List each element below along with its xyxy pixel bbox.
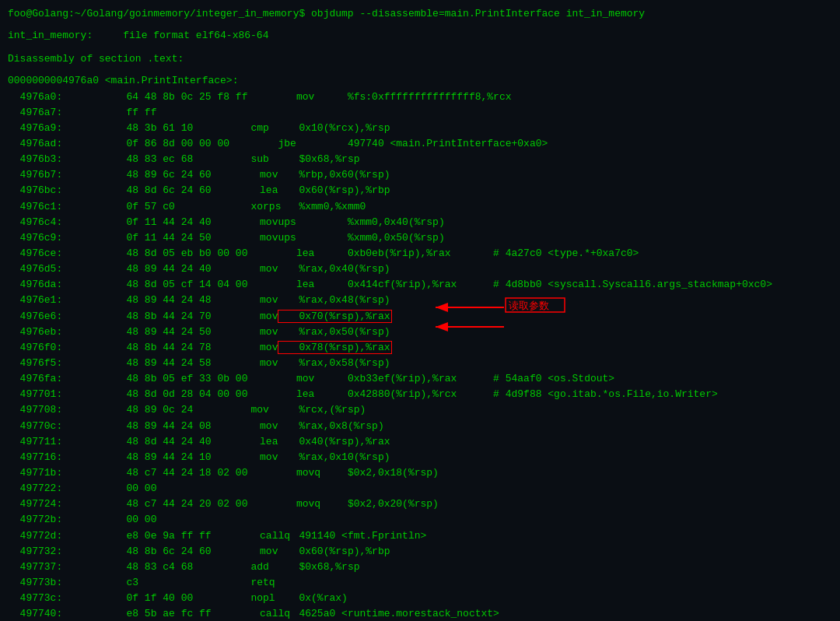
asm-operands: $0x2,0x20(%rsp) bbox=[320, 498, 439, 510]
asm-addr: 497708: bbox=[8, 402, 78, 418]
asm-bytes: 48 89 44 24 58 bbox=[78, 356, 212, 371]
asm-mnemonic: mov bbox=[212, 261, 278, 277]
asm-operands: 0x78(%rsp),%rax bbox=[278, 341, 391, 354]
asm-addr: 497711: bbox=[8, 434, 78, 450]
asm-line: 4976a0: 64 48 8b 0c 25 f8 ff mov %fs:0xf… bbox=[8, 89, 832, 105]
asm-operands: 0x42880(%rip),%rcx bbox=[314, 388, 457, 400]
asm-operands: 0x414cf(%rip),%rax bbox=[314, 279, 457, 290]
asm-operands: $0x2,0x18(%rsp) bbox=[320, 467, 439, 479]
asm-bytes: e8 5b ae fc ff bbox=[78, 606, 212, 621]
asm-addr: 497732: bbox=[8, 544, 78, 560]
asm-bytes: 0f 57 c0 bbox=[78, 199, 202, 215]
highlighted-operand: 0x78(%rsp),%rax bbox=[278, 341, 391, 354]
asm-line: 4976f5: 48 89 44 24 58 mov %rax,0x58(%rs… bbox=[8, 356, 832, 371]
asm-operands: %rax,0x8(%rsp) bbox=[278, 420, 383, 432]
highlighted-operand: 0x70(%rsp),%rax bbox=[278, 310, 391, 323]
asm-operands: %rax,0x50(%rsp) bbox=[278, 326, 390, 338]
asm-mnemonic: mov bbox=[212, 450, 278, 465]
asm-addr: 49772b: bbox=[8, 512, 78, 528]
asm-bytes: 48 83 ec 68 bbox=[78, 152, 202, 167]
asm-line: 497732: 48 8b 6c 24 60 mov 0x60(%rsp),%r… bbox=[8, 544, 832, 560]
asm-bytes: 48 83 c4 68 bbox=[78, 560, 202, 575]
asm-operands: 0x60(%rsp),%rbp bbox=[278, 184, 390, 196]
asm-line: 497737: 48 83 c4 68 add $0x68,%rsp bbox=[8, 560, 832, 575]
asm-operands: 0x70(%rsp),%rax bbox=[278, 310, 391, 323]
asm-bytes: 48 8b 44 24 70 bbox=[78, 309, 212, 325]
asm-bytes: 0f 11 44 24 50 bbox=[78, 230, 212, 246]
asm-operands: %rax,0x10(%rsp) bbox=[278, 451, 390, 463]
asm-mnemonic: mov bbox=[247, 371, 314, 387]
asm-bytes: 48 89 44 24 08 bbox=[78, 419, 212, 434]
asm-operands: %fs:0xfffffffffffffff8,%rcx bbox=[314, 91, 511, 103]
asm-mnemonic: mov bbox=[212, 419, 278, 434]
asm-addr: 4976d5: bbox=[8, 261, 78, 277]
asm-mnemonic: jbe bbox=[229, 136, 296, 152]
asm-addr: 4976a9: bbox=[8, 121, 78, 136]
asm-bytes: 48 89 0c 24 bbox=[78, 402, 202, 418]
asm-lines-container: 4976a0: 64 48 8b 0c 25 f8 ff mov %fs:0xf… bbox=[8, 89, 832, 621]
asm-operands: %rax,0x58(%rsp) bbox=[278, 357, 390, 369]
asm-operands: %rax,0x40(%rsp) bbox=[278, 263, 390, 275]
asm-mnemonic: mov bbox=[212, 356, 278, 371]
asm-addr: 4976fa: bbox=[8, 371, 78, 387]
asm-addr: 49772d: bbox=[8, 528, 78, 544]
asm-operands: 0xb33ef(%rip),%rax bbox=[314, 373, 457, 384]
asm-operands: %xmm0,%xmm0 bbox=[281, 201, 366, 212]
asm-line: 4976c4: 0f 11 44 24 40 movups %xmm0,0x40… bbox=[8, 215, 832, 230]
asm-line: 4976bc: 48 8d 6c 24 60 lea 0x60(%rsp),%r… bbox=[8, 183, 832, 198]
asm-bytes: 0f 11 44 24 40 bbox=[78, 215, 212, 230]
asm-line: 4976da: 48 8d 05 cf 14 04 00 lea 0x414cf… bbox=[8, 277, 832, 293]
asm-addr: 49773b: bbox=[8, 575, 78, 591]
asm-line: 4976a7: ff ff bbox=[8, 105, 832, 121]
asm-operands: %rbp,0x60(%rsp) bbox=[278, 169, 390, 181]
asm-line: 4976ce: 48 8d 05 eb b0 00 00 lea 0xb0eb(… bbox=[8, 246, 832, 261]
asm-bytes: 0f 1f 40 00 bbox=[78, 591, 202, 606]
asm-operands: %rcx,(%rsp) bbox=[269, 404, 366, 416]
asm-mnemonic: xorps bbox=[202, 199, 281, 215]
asm-line: 4976e1: 48 89 44 24 48 mov %rax,0x48(%rs… bbox=[8, 293, 832, 308]
asm-bytes: 48 89 44 24 40 bbox=[78, 261, 212, 277]
asm-comment: # 54aaf0 <os.Stdout> bbox=[457, 373, 614, 384]
asm-comment: # 4a27c0 <type.*+0xa7c0> bbox=[451, 247, 639, 259]
asm-bytes: 48 c7 44 24 20 02 00 bbox=[78, 496, 247, 512]
asm-mnemonic: callq bbox=[212, 528, 290, 544]
asm-addr: 4976e1: bbox=[8, 293, 78, 308]
asm-addr: 4976c9: bbox=[8, 230, 78, 246]
asm-addr: 4976b7: bbox=[8, 167, 78, 183]
asm-line: 49771b: 48 c7 44 24 18 02 00 movq $0x2,0… bbox=[8, 465, 832, 481]
asm-addr: 4976ad: bbox=[8, 136, 78, 152]
asm-addr: 4976da: bbox=[8, 277, 78, 293]
asm-addr: 497724: bbox=[8, 496, 78, 512]
asm-mnemonic: mov bbox=[212, 544, 278, 560]
asm-mnemonic: mov bbox=[212, 309, 278, 325]
asm-comment: # 4d9f88 <go.itab.*os.File,io.Writer> bbox=[457, 388, 717, 400]
top-prompt-line: foo@Golang:~/Golang/goinmemory/integer_i… bbox=[8, 6, 832, 22]
func-label: 0000000004976a0 <main.PrintInterface>: bbox=[8, 73, 832, 89]
asm-bytes: 48 89 6c 24 60 bbox=[78, 167, 212, 183]
asm-line: 4976fa: 48 8b 05 ef 33 0b 00 mov 0xb33ef… bbox=[8, 371, 832, 387]
asm-addr: 49773c: bbox=[8, 591, 78, 606]
asm-line: 4976c1: 0f 57 c0 xorps %xmm0,%xmm0 bbox=[8, 199, 832, 215]
asm-mnemonic: mov bbox=[212, 293, 278, 308]
asm-bytes: e8 0e 9a ff ff bbox=[78, 528, 212, 544]
asm-line: 4976f0: 48 8b 44 24 78 mov 0x78(%rsp),%r… bbox=[8, 340, 832, 356]
asm-bytes: c3 bbox=[78, 575, 202, 591]
asm-addr: 497701: bbox=[8, 387, 78, 402]
asm-line: 497716: 48 89 44 24 10 mov %rax,0x10(%rs… bbox=[8, 450, 832, 465]
asm-line: 4976d5: 48 89 44 24 40 mov %rax,0x40(%rs… bbox=[8, 261, 832, 277]
asm-line: 4976b7: 48 89 6c 24 60 mov %rbp,0x60(%rs… bbox=[8, 167, 832, 183]
asm-mnemonic: movups bbox=[212, 215, 296, 230]
asm-mnemonic: movups bbox=[212, 230, 296, 246]
asm-bytes: ff ff bbox=[78, 105, 202, 121]
asm-bytes: 48 89 44 24 50 bbox=[78, 325, 212, 340]
asm-operands: 0x60(%rsp),%rbp bbox=[278, 546, 390, 557]
file-format-line: int_in_memory: file format elf64-x86-64 bbox=[8, 28, 832, 44]
asm-bytes: 48 c7 44 24 18 02 00 bbox=[78, 465, 247, 481]
asm-bytes: 48 8d 0d 28 04 00 00 bbox=[78, 387, 247, 402]
terminal: foo@Golang:~/Golang/goinmemory/integer_i… bbox=[8, 6, 832, 615]
asm-addr: 4976bc: bbox=[8, 183, 78, 198]
asm-operands: 0x10(%rcx),%rsp bbox=[269, 122, 390, 134]
asm-line: 49773c: 0f 1f 40 00 nopl 0x(%rax) bbox=[8, 591, 832, 606]
asm-line: 497722: 00 00 bbox=[8, 481, 832, 496]
asm-mnemonic: sub bbox=[202, 152, 269, 167]
